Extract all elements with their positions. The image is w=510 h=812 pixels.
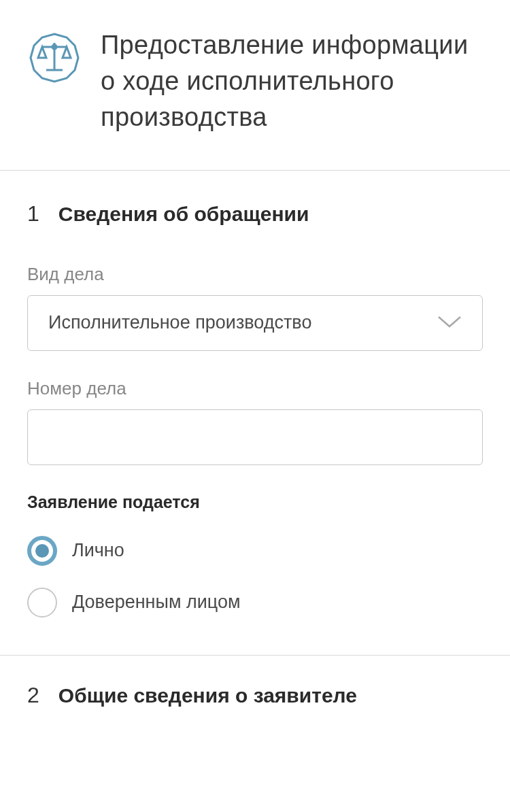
radio-circle-icon [27,588,57,618]
page-title: Предоставление информации о ходе исполни… [101,27,483,136]
section-2-number: 2 [27,683,39,708]
radio-inner-icon [35,544,49,558]
section-1-number: 1 [27,201,39,226]
case-type-label: Вид дела [27,264,483,285]
radio-circle-icon [27,536,57,566]
section-1-header: 1 Сведения об обращении [27,201,483,226]
case-type-field: Вид дела Исполнительное производство [27,264,483,351]
chevron-down-icon [437,314,462,332]
section-2-header: 2 Общие сведения о заявителе [27,683,483,708]
case-number-label: Номер дела [27,378,483,399]
case-type-value: Исполнительное производство [48,312,311,333]
application-submitted-label: Заявление подается [27,492,483,512]
svg-point-3 [52,45,56,49]
application-submitted-radio-group: Лично Доверенным лицом [27,536,483,618]
section-1: 1 Сведения об обращении Вид дела Исполни… [0,171,510,618]
section-1-title: Сведения об обращении [58,203,309,226]
case-number-input[interactable] [27,409,483,465]
scales-icon [27,31,82,85]
page-header: Предоставление информации о ходе исполни… [0,0,510,170]
case-number-field: Номер дела [27,378,483,465]
section-2-title: Общие сведения о заявителе [58,684,357,707]
radio-label-personally: Лично [72,540,124,561]
section-2: 2 Общие сведения о заявителе [0,656,510,708]
radio-label-trusted: Доверенным лицом [72,592,241,613]
spacer [0,618,510,655]
radio-option-trusted[interactable]: Доверенным лицом [27,588,483,618]
case-type-select[interactable]: Исполнительное производство [27,295,483,351]
radio-option-personally[interactable]: Лично [27,536,483,566]
